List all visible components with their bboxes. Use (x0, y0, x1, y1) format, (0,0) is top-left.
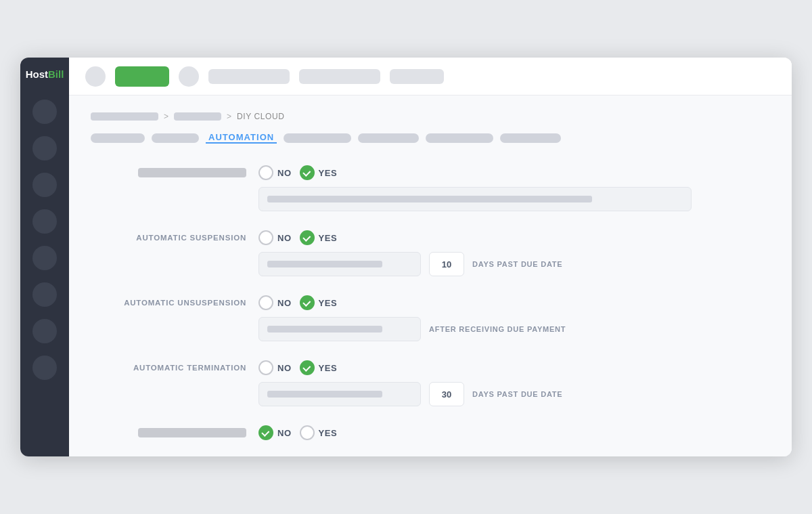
radio-no[interactable]: NO (258, 165, 292, 180)
radio-group: NO YES (258, 165, 337, 180)
radio-yes-circle[interactable] (300, 425, 315, 440)
content-area: > > DIY CLOUD AUTOMATION (69, 95, 792, 456)
radio-no-circle[interactable] (258, 165, 273, 180)
row-label-unsuspension: AUTOMATIC UNSUSPENSION (91, 299, 246, 307)
breadcrumb: > > DIY CLOUD (91, 112, 770, 121)
main-content: > > DIY CLOUD AUTOMATION (69, 58, 792, 456)
row-inputs-suspension: 10 DAYS PAST DUE DATE (258, 252, 770, 276)
breadcrumb-current: DIY CLOUD (237, 112, 285, 121)
breadcrumb-part1 (91, 112, 158, 121)
breadcrumb-sep2: > (227, 112, 231, 121)
sidebar-item[interactable] (32, 136, 57, 160)
unsuspension-input[interactable] (258, 317, 421, 341)
row-inputs-termination: 30 DAYS PAST DUE DATE (258, 382, 770, 406)
tab-pill[interactable] (91, 133, 145, 143)
sidebar: HostBill (20, 58, 69, 456)
row-inputs (258, 187, 770, 211)
tab-pill[interactable] (426, 133, 493, 143)
tab-pill[interactable] (358, 133, 419, 143)
tab-pill[interactable] (152, 133, 199, 143)
sidebar-item[interactable] (32, 209, 57, 234)
automation-form: NO YES (91, 165, 770, 440)
row-inputs-unsuspension: AFTER RECEIVING DUE PAYMENT (258, 317, 770, 341)
radio-yes-circle[interactable] (300, 295, 315, 310)
radio-no-suspension[interactable]: NO (258, 230, 292, 245)
form-row-1: NO YES (91, 165, 770, 211)
input-inner (267, 326, 382, 333)
radio-yes[interactable]: YES (300, 165, 338, 180)
tab-bar: AUTOMATION (91, 132, 770, 144)
unsuspension-after-text: AFTER RECEIVING DUE PAYMENT (429, 325, 566, 333)
input-inner (267, 261, 382, 267)
radio-no-circle[interactable] (258, 425, 273, 440)
radio-yes-circle[interactable] (300, 165, 315, 180)
tab-automation[interactable]: AUTOMATION (206, 132, 277, 144)
radio-yes-label: YES (319, 233, 338, 243)
app-window: HostBill > > DIY CLOU (20, 58, 792, 456)
breadcrumb-part2 (174, 112, 221, 121)
tab-pill[interactable] (284, 133, 351, 143)
radio-yes-unsuspension[interactable]: YES (300, 295, 338, 310)
radio-yes-label: YES (319, 298, 338, 308)
radio-yes-circle[interactable] (300, 230, 315, 245)
topbar-icon (179, 66, 199, 87)
radio-no-circle[interactable] (258, 230, 273, 245)
suspension-input[interactable] (258, 252, 421, 276)
termination-after-text: DAYS PAST DUE DATE (472, 390, 562, 398)
radio-yes-circle[interactable] (300, 360, 315, 375)
breadcrumb-sep: > (164, 112, 168, 121)
radio-no-termination[interactable]: NO (258, 360, 292, 375)
topbar-pill (299, 69, 380, 84)
sidebar-item[interactable] (32, 356, 57, 380)
input-inner (267, 196, 592, 202)
sidebar-item[interactable] (32, 100, 57, 124)
form-row-termination: AUTOMATIC TERMINATION NO YES (91, 360, 770, 406)
radio-group-5: NO YES (258, 425, 337, 440)
radio-no-5[interactable]: NO (258, 425, 292, 440)
radio-yes-label: YES (319, 363, 338, 373)
radio-no-label: NO (277, 233, 292, 243)
radio-no-circle[interactable] (258, 295, 273, 310)
radio-yes-label: YES (319, 428, 338, 438)
row-label-termination: AUTOMATIC TERMINATION (91, 364, 246, 372)
sidebar-item[interactable] (32, 246, 57, 270)
radio-no-circle[interactable] (258, 360, 273, 375)
row-label-pill-5 (138, 428, 246, 437)
topbar-action-button[interactable] (115, 66, 169, 87)
radio-no-unsuspension[interactable]: NO (258, 295, 292, 310)
radio-yes-termination[interactable]: YES (300, 360, 338, 375)
termination-input[interactable] (258, 382, 421, 406)
radio-yes-label: YES (319, 168, 338, 178)
radio-no-label: NO (277, 363, 292, 373)
radio-no-label: NO (277, 298, 292, 308)
suspension-after-text: DAYS PAST DUE DATE (472, 260, 562, 268)
form-row-unsuspension: AUTOMATIC UNSUSPENSION NO YES (91, 295, 770, 341)
sidebar-item[interactable] (32, 282, 57, 307)
input-inner (267, 391, 382, 398)
sidebar-item[interactable] (32, 173, 57, 197)
row-label-suspension: AUTOMATIC SUSPENSION (91, 234, 246, 242)
radio-group-termination: NO YES (258, 360, 337, 375)
form-row-5: NO YES (91, 425, 770, 440)
row-label-pill (138, 168, 246, 177)
topbar-pill (208, 69, 290, 84)
radio-no-label: NO (277, 168, 292, 178)
form-row-suspension: AUTOMATIC SUSPENSION NO YES (91, 230, 770, 276)
text-input-wide[interactable] (258, 187, 692, 211)
radio-group-unsuspension: NO YES (258, 295, 337, 310)
topbar-icon (85, 66, 106, 87)
termination-days-input[interactable]: 30 (429, 382, 464, 406)
app-logo: HostBill (26, 68, 64, 81)
radio-group-suspension: NO YES (258, 230, 337, 245)
radio-yes-5[interactable]: YES (300, 425, 338, 440)
radio-no-label: NO (277, 428, 292, 438)
sidebar-item[interactable] (32, 319, 57, 343)
radio-yes-suspension[interactable]: YES (300, 230, 338, 245)
topbar-pill (390, 69, 444, 84)
tab-pill[interactable] (500, 133, 561, 143)
topbar (69, 58, 792, 95)
suspension-days-input[interactable]: 10 (429, 252, 464, 276)
